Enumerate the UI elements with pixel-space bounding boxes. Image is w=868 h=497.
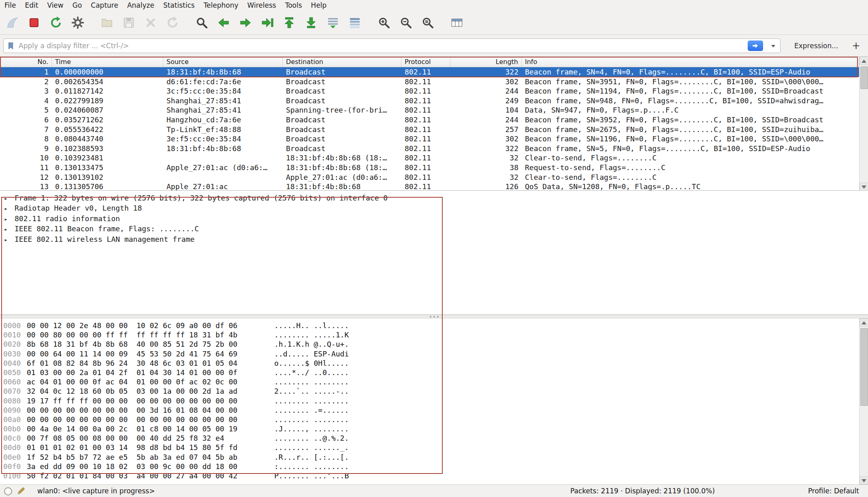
hex-ascii[interactable]: ........ ......_.: [274, 443, 349, 452]
packet-row-2[interactable]: 20.002654354d6:61:fe:cd:7a:6eBroadcast80…: [0, 77, 859, 87]
go-first-packet-icon[interactable]: [281, 14, 297, 32]
hex-ascii[interactable]: :....... ........: [274, 462, 349, 471]
menu-item-help[interactable]: Help: [307, 0, 331, 10]
zoom-reset-icon[interactable]: [420, 14, 436, 32]
expand-arrow-icon[interactable]: ▸: [4, 204, 15, 213]
packet-row-4[interactable]: 40.022799189Shanghai_27:85:41Broadcast80…: [0, 96, 859, 106]
profile-text[interactable]: Profile: Default: [808, 485, 859, 497]
detail-tree-row[interactable]: ▸Radiotap Header v0, Length 18: [0, 203, 868, 213]
menu-item-edit[interactable]: Edit: [20, 0, 43, 10]
detail-tree-row[interactable]: ▸IEEE 802.11 wireless LAN management fra…: [0, 235, 868, 245]
hex-row-00f0[interactable]: 00f03a ed dd 09 00 10 18 02 03 00 9c 00 …: [0, 462, 859, 471]
hex-ascii[interactable]: ........ ........: [274, 377, 349, 386]
hex-bytes[interactable]: 00 00 00 00 00 00 00 00 00 3d 16 01 08 0…: [27, 405, 237, 415]
hex-bytes[interactable]: 6f 01 08 82 84 8b 96 24 30 48 6c 03 01 0…: [27, 358, 237, 368]
detail-tree-row[interactable]: ▸IEEE 802.11 Beacon frame, Flags: ......…: [0, 224, 868, 234]
hex-row-0040[interactable]: 00406f 01 08 82 84 8b 96 24 30 48 6c 03 …: [0, 358, 859, 368]
hex-row-0010[interactable]: 001000 00 80 00 00 00 ff ff ff ff ff ff …: [0, 330, 859, 339]
hex-pane-scrollbar[interactable]: [859, 318, 868, 484]
hex-ascii[interactable]: ........ .....1.K: [274, 330, 349, 339]
hex-ascii[interactable]: P....... ...'...B: [274, 471, 349, 480]
restart-capture-icon[interactable]: [48, 14, 64, 32]
hex-row-0070[interactable]: 007032 04 0c 12 18 60 0b 05 03 00 1a 00 …: [0, 386, 859, 396]
packet-row-9[interactable]: 90.10238859318:31:bf:4b:8b:68Broadcast80…: [0, 144, 859, 154]
menu-item-wireless[interactable]: Wireless: [243, 0, 281, 10]
hex-row-00d0[interactable]: 00d001 01 01 02 01 00 03 14 98 d8 bd b4 …: [0, 443, 859, 452]
packet-row-11[interactable]: 110.130133475Apple_27:01:ac (d0:a6:…18:3…: [0, 163, 859, 173]
hex-row-0080[interactable]: 008019 17 ff ff ff 00 00 00 00 00 00 00 …: [0, 396, 859, 405]
hex-bytes[interactable]: 01 01 01 02 01 00 03 14 98 d8 bd b4 15 8…: [27, 443, 237, 452]
hex-ascii[interactable]: .J....., ........: [274, 424, 349, 433]
column-header-time[interactable]: Time: [52, 57, 163, 67]
colorize-icon[interactable]: [347, 14, 363, 32]
menu-item-capture[interactable]: Capture: [86, 0, 123, 10]
hex-bytes[interactable]: 00 00 80 00 00 00 ff ff ff ff ff ff 18 3…: [27, 330, 237, 339]
menu-item-statistics[interactable]: Statistics: [159, 0, 199, 10]
column-header-no[interactable]: No.: [0, 57, 52, 67]
hex-row-0060[interactable]: 0060ac 04 01 00 00 0f ac 04 01 00 00 0f …: [0, 377, 859, 386]
hex-row-00c0[interactable]: 00c000 7f 08 05 00 08 00 00 00 40 dd 25 …: [0, 433, 859, 443]
packet-row-10[interactable]: 100.10392348118:31:bf:4b:8b:68 (18:…802.…: [0, 153, 859, 163]
stop-capture-icon[interactable]: [26, 14, 42, 32]
hex-bytes[interactable]: 01 03 00 00 2a 01 04 2f 01 04 30 14 01 0…: [27, 368, 237, 377]
column-header-source[interactable]: Source: [163, 57, 283, 67]
expand-arrow-icon[interactable]: ▸: [4, 235, 15, 245]
packet-row-6[interactable]: 60.035271262Hangzhou_cd:7a:6eBroadcast80…: [0, 115, 859, 125]
zoom-out-icon[interactable]: [398, 14, 414, 32]
pane-splitter[interactable]: [0, 315, 868, 318]
capture-comment-icon[interactable]: [17, 486, 26, 495]
hex-ascii[interactable]: .h.1.K.h @..Q-u+.: [274, 339, 349, 349]
hex-ascii[interactable]: .R...r.. [.:...[.: [274, 452, 349, 462]
hex-ascii[interactable]: ........ ..@.%.2.: [274, 433, 349, 443]
hex-row-0000[interactable]: 000000 00 12 00 2e 48 00 00 10 02 6c 09 …: [0, 321, 859, 330]
hex-ascii[interactable]: ..d..... ESP-Audi: [274, 349, 349, 358]
packet-row-13[interactable]: 130.131305706Apple_27:01:ac18:31:bf:4b:8…: [0, 182, 859, 191]
filter-bookmark-icon[interactable]: [6, 41, 15, 50]
hex-row-00a0[interactable]: 00a000 00 00 00 00 00 00 00 00 00 00 00 …: [0, 415, 859, 424]
detail-tree-row[interactable]: ▸Frame 1: 322 bytes on wire (2576 bits),…: [0, 193, 868, 203]
hex-bytes[interactable]: 8b 68 18 31 bf 4b 8b 68 40 00 85 51 2d 7…: [27, 339, 237, 349]
column-header-length[interactable]: Length: [450, 57, 522, 67]
hex-row-0020[interactable]: 00208b 68 18 31 bf 4b 8b 68 40 00 85 51 …: [0, 339, 859, 349]
hex-bytes[interactable]: 00 00 00 00 00 00 00 00 00 00 00 00 00 0…: [27, 415, 237, 424]
go-forward-icon[interactable]: [237, 14, 254, 32]
hex-ascii[interactable]: .....H.. ..l.....: [274, 321, 349, 330]
scrollbar-thumb[interactable]: [860, 328, 868, 406]
packet-row-5[interactable]: 50.024060087Shanghai_27:85:41Spanning-tr…: [0, 105, 859, 115]
packet-row-8[interactable]: 80.0804437403e:f5:cc:0e:35:84Broadcast80…: [0, 134, 859, 144]
hex-bytes[interactable]: 3a ed dd 09 00 10 18 02 03 00 9c 00 00 d…: [27, 462, 237, 471]
packet-row-7[interactable]: 70.055536422Tp-LinkT_ef:48:88Broadcast80…: [0, 125, 859, 134]
apply-filter-button[interactable]: [748, 41, 763, 51]
detail-tree-row[interactable]: ▸802.11 radio information: [0, 214, 868, 224]
scrollbar-thumb[interactable]: [860, 66, 868, 89]
hex-row-00b0[interactable]: 00b000 4a 0e 14 00 0a 00 2c 01 c8 00 14 …: [0, 424, 859, 433]
go-last-packet-icon[interactable]: [303, 14, 319, 32]
menu-item-file[interactable]: File: [0, 0, 20, 10]
hex-ascii[interactable]: 2....`.. .....-..: [274, 386, 349, 396]
find-packet-icon[interactable]: [194, 14, 210, 32]
hex-ascii[interactable]: o......$ 0Hl.....: [274, 358, 349, 368]
column-header-destination[interactable]: Destination: [283, 57, 401, 67]
menu-item-tools[interactable]: Tools: [281, 0, 307, 10]
packet-row-3[interactable]: 30.0118271423c:f5:cc:0e:35:84Broadcast80…: [0, 86, 859, 96]
hex-ascii[interactable]: ........ ........: [274, 415, 349, 424]
expression-button[interactable]: Expression...: [791, 40, 842, 51]
hex-bytes[interactable]: 00 7f 08 05 00 08 00 00 00 40 dd 25 f8 3…: [27, 433, 224, 443]
hex-bytes[interactable]: 32 04 0c 12 18 60 0b 05 03 00 1a 00 00 2…: [27, 386, 237, 396]
expand-arrow-icon[interactable]: ▸: [4, 225, 15, 234]
menu-item-view[interactable]: View: [43, 0, 68, 10]
packet-row-12[interactable]: 120.130139102Apple_27:01:ac (d0:a6:…802.…: [0, 173, 859, 182]
display-filter-field[interactable]: [3, 38, 781, 53]
packet-list-scrollbar[interactable]: [859, 57, 868, 191]
hex-bytes[interactable]: ac 04 01 00 00 0f ac 04 01 00 00 0f ac 0…: [27, 377, 237, 386]
hex-row-0090[interactable]: 009000 00 00 00 00 00 00 00 00 3d 16 01 …: [0, 405, 859, 415]
scroll-up-icon[interactable]: [859, 57, 868, 65]
expand-arrow-icon[interactable]: ▸: [4, 194, 15, 203]
capture-options-icon[interactable]: [70, 14, 86, 32]
hex-row-0030[interactable]: 003000 00 64 00 11 14 00 09 45 53 50 2d …: [0, 349, 859, 358]
go-back-icon[interactable]: [215, 14, 232, 32]
hex-row-0100[interactable]: 010050 f2 02 01 01 84 00 03 a4 00 00 27 …: [0, 471, 859, 480]
add-filter-button[interactable]: +: [847, 40, 865, 51]
scroll-up-icon[interactable]: [859, 318, 868, 326]
packet-row-1[interactable]: 10.00000000018:31:bf:4b:8b:68Broadcast80…: [0, 67, 859, 77]
